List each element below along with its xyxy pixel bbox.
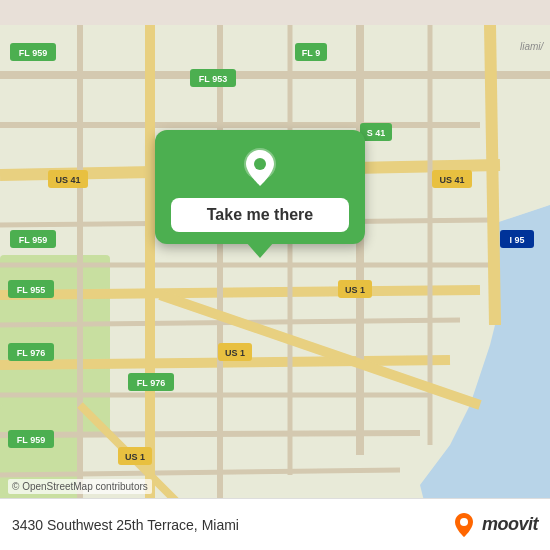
svg-text:I 95: I 95 — [509, 235, 524, 245]
bottom-bar: 3430 Southwest 25th Terrace, Miami moovi… — [0, 498, 550, 550]
osm-attribution: © OpenStreetMap contributors — [8, 479, 152, 494]
svg-text:US 41: US 41 — [55, 175, 80, 185]
svg-text:FL 976: FL 976 — [17, 348, 45, 358]
popup-card: Take me there — [155, 130, 365, 244]
svg-text:FL 9: FL 9 — [302, 48, 320, 58]
svg-text:FL 959: FL 959 — [17, 435, 45, 445]
svg-text:FL 953: FL 953 — [199, 74, 227, 84]
svg-line-20 — [490, 25, 495, 325]
svg-point-56 — [460, 518, 468, 526]
svg-text:FL 955: FL 955 — [17, 285, 45, 295]
svg-text:FL 959: FL 959 — [19, 235, 47, 245]
take-me-there-button[interactable]: Take me there — [171, 198, 349, 232]
svg-text:US 1: US 1 — [225, 348, 245, 358]
moovit-logo-text: moovit — [482, 514, 538, 535]
svg-text:FL 976: FL 976 — [137, 378, 165, 388]
moovit-logo-icon — [450, 511, 478, 539]
map-container: FL 959 FL 9 FL 953 S 41 US 41 US 41 FL 9… — [0, 0, 550, 550]
svg-text:S 41: S 41 — [367, 128, 386, 138]
svg-text:US 41: US 41 — [439, 175, 464, 185]
map-background: FL 959 FL 9 FL 953 S 41 US 41 US 41 FL 9… — [0, 0, 550, 550]
svg-point-55 — [254, 158, 266, 170]
moovit-logo: moovit — [450, 511, 538, 539]
svg-text:US 1: US 1 — [345, 285, 365, 295]
svg-text:FL 959: FL 959 — [19, 48, 47, 58]
svg-text:US 1: US 1 — [125, 452, 145, 462]
svg-text:liami/: liami/ — [520, 41, 545, 52]
svg-line-8 — [0, 290, 480, 295]
location-pin-icon — [238, 146, 282, 190]
address-text: 3430 Southwest 25th Terrace, Miami — [12, 517, 239, 533]
